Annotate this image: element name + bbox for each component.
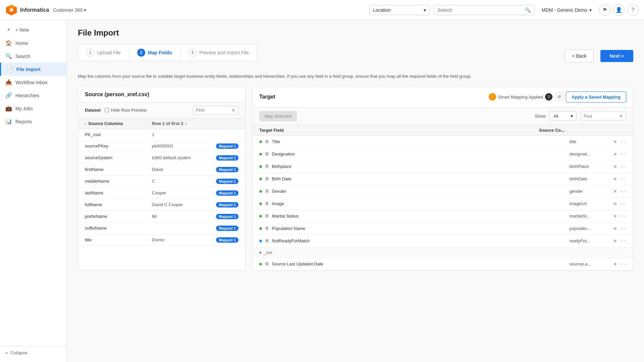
more-actions-icon[interactable]: ··· <box>620 213 626 219</box>
more-actions-icon[interactable]: ··· <box>620 164 626 170</box>
mapped-badge: Mapped 1 <box>216 214 238 219</box>
target-find-box[interactable]: ✕ <box>581 112 626 120</box>
target-row-actions: ✕ ··· <box>613 201 626 207</box>
sidebar-item-search[interactable]: 🔍 Search <box>0 50 67 63</box>
source-col-val: pk0000001 <box>152 143 216 148</box>
target-field-label: Image <box>272 201 284 206</box>
hide-preview-checkbox[interactable] <box>105 108 109 112</box>
sidebar-item-reports[interactable]: 📊 Reports <box>0 115 67 128</box>
apply-saved-mapping-button[interactable]: Apply a Saved Mapping <box>566 92 626 103</box>
remove-mapping-icon[interactable]: ✕ <box>613 189 617 194</box>
sidebar-item-file-import[interactable]: 📄 File Import <box>0 63 67 76</box>
target-field-col-header: Target Field <box>259 128 539 133</box>
source-col-name: firstName <box>85 167 152 172</box>
target-field-label: NotReadyForMatch <box>272 238 310 243</box>
target-field-name: II NotReadyForMatch <box>259 238 570 243</box>
remove-mapping-icon[interactable]: ✕ <box>613 214 617 219</box>
more-actions-icon[interactable]: ··· <box>620 139 626 145</box>
sidebar-item-home[interactable]: 🏠 Home <box>0 37 67 50</box>
remove-mapping-icon[interactable]: ✕ <box>613 238 617 244</box>
flag-button[interactable]: ⚑ <box>599 4 610 16</box>
help-button[interactable]: ? <box>627 4 639 16</box>
mapped-badge: Mapped 1 <box>216 226 238 231</box>
target-find-input[interactable] <box>584 114 617 119</box>
target-field-name: II Title <box>259 139 570 144</box>
source-col-name: prefixName <box>85 214 152 219</box>
source-row: suffixName Mapped 1 <box>78 223 245 234</box>
target-panel: Target ! Smart Mapping Applied ? ↺ Apply… <box>252 86 633 271</box>
remove-mapping-icon[interactable]: ✕ <box>613 152 617 157</box>
source-col-name: title <box>85 237 152 242</box>
step-map-fields[interactable]: 2 Map Fields <box>129 45 180 61</box>
source-find-input[interactable] <box>196 108 229 113</box>
target-row: II Gender gender ✕ ··· <box>253 185 633 198</box>
target-row-actions: ✕ ··· <box>613 226 626 232</box>
sidebar-collapse[interactable]: « Collapse <box>0 346 67 359</box>
user-button[interactable]: 👤 <box>613 4 625 16</box>
smart-mapping-label: Smart Mapping Applied <box>498 95 543 100</box>
more-actions-icon[interactable]: ··· <box>620 176 626 182</box>
next-button[interactable]: Next > <box>600 50 633 62</box>
remove-mapping-icon[interactable]: ✕ <box>613 226 617 231</box>
new-icon: ＋ <box>5 26 12 33</box>
source-col-name: sourcePKey <box>85 143 152 148</box>
target-field-name: II Marital Status <box>259 214 570 219</box>
show-chevron-icon: ▾ <box>571 113 573 119</box>
source-col-val: b360.default.system <box>152 155 216 160</box>
cm-section-header[interactable]: ▾ _cm <box>253 247 633 258</box>
target-field-label: Gender <box>272 189 286 194</box>
global-search-input[interactable] <box>437 7 523 13</box>
more-actions-icon[interactable]: ··· <box>620 261 626 267</box>
global-search-box[interactable]: 🔍 <box>434 5 534 15</box>
remove-mapping-icon[interactable]: ✕ <box>613 164 617 169</box>
remove-mapping-icon[interactable]: ✕ <box>613 176 617 182</box>
target-source-val: readyFor... <box>570 238 613 243</box>
sidebar-item-my-jobs[interactable]: 💼 My Jobs <box>0 102 67 115</box>
mdm-selector[interactable]: MDM - Generic Demo ▾ <box>538 5 595 15</box>
info-text: Map the columns from your source file to… <box>78 73 633 80</box>
target-row-actions: ✕ ··· <box>613 151 626 157</box>
show-select[interactable]: All ▾ <box>550 111 577 121</box>
target-find-clear-icon[interactable]: ✕ <box>619 113 623 119</box>
status-dot <box>259 202 262 205</box>
status-dot <box>259 263 262 265</box>
hide-preview-label[interactable]: Hide Row Preview <box>105 108 147 113</box>
more-actions-icon[interactable]: ··· <box>620 188 626 194</box>
smart-mapping-help-icon[interactable]: ? <box>545 93 552 101</box>
cm-collapse-icon: ▾ <box>259 250 262 255</box>
sidebar: ＋ + New 🏠 Home 🔍 Search 📄 File Import 📥 … <box>0 20 67 362</box>
sidebar-item-workflow-inbox[interactable]: 📥 Workflow Inbox <box>0 76 67 89</box>
dataset-header: Dataset Hide Row Preview ✕ <box>78 103 245 118</box>
target-cm-source-val: sourceLa... <box>570 261 613 266</box>
source-col-val: Doctor <box>152 237 216 242</box>
remove-mapping-icon[interactable]: ✕ <box>613 261 617 267</box>
target-row: II Title title ✕ ··· <box>253 136 633 148</box>
step-preview-import[interactable]: 3 Preview and Import File <box>180 45 257 61</box>
informatica-logo-icon <box>5 4 17 16</box>
reset-mapping-button[interactable]: ↺ <box>554 92 564 102</box>
source-col-next-icon[interactable]: › <box>185 121 186 126</box>
mapped-badge: Mapped 1 <box>216 202 238 207</box>
sidebar-item-hierarchies[interactable]: 🔗 Hierarchies <box>0 89 67 102</box>
source-find-box[interactable]: ✕ <box>193 106 238 115</box>
source-col-prev-icon[interactable]: ‹ <box>85 121 86 126</box>
sidebar-item-new[interactable]: ＋ + New <box>0 23 67 37</box>
target-source-val: title <box>570 139 613 144</box>
source-row: middleName C Mapped 1 <box>78 176 245 187</box>
more-actions-icon[interactable]: ··· <box>620 226 626 232</box>
location-select[interactable]: Location ▾ <box>369 5 430 15</box>
search-nav-icon: 🔍 <box>5 53 12 59</box>
more-actions-icon[interactable]: ··· <box>620 201 626 207</box>
more-actions-icon[interactable]: ··· <box>620 151 626 157</box>
back-button[interactable]: < Back <box>565 50 593 62</box>
target-source-val: gender <box>570 189 613 194</box>
more-actions-icon[interactable]: ··· <box>620 238 626 244</box>
source-find-clear-icon[interactable]: ✕ <box>231 108 235 113</box>
remove-mapping-icon[interactable]: ✕ <box>613 139 617 144</box>
target-source-val: birthPlace <box>570 164 613 169</box>
app-name[interactable]: Customer 360 ▾ <box>53 7 86 13</box>
remove-mapping-icon[interactable]: ✕ <box>613 201 617 206</box>
source-col-name: sourceSystem <box>85 155 152 160</box>
step-upload-file[interactable]: 1 Upload File <box>78 45 129 61</box>
ii-badge: II <box>265 164 269 169</box>
